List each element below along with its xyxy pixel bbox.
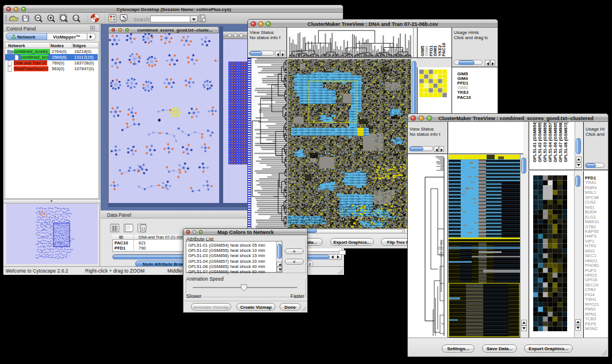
svg-text:1:1: 1:1 bbox=[74, 16, 78, 20]
